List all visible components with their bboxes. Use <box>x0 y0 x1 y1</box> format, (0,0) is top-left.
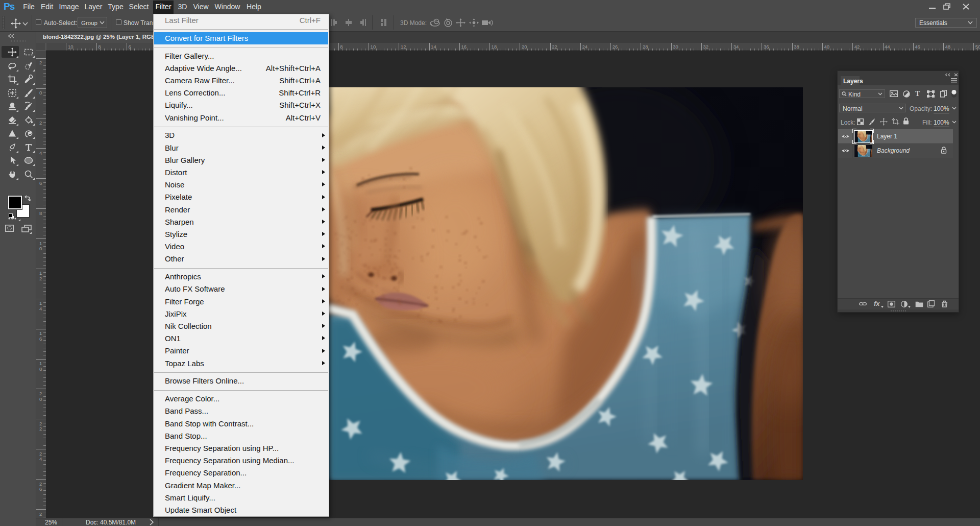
svg-text:2: 2 <box>39 426 42 432</box>
svg-text:2: 2 <box>39 276 42 281</box>
svg-text:4: 4 <box>39 456 42 462</box>
svg-text:30: 30 <box>673 44 678 50</box>
svg-text:8: 8 <box>39 366 42 372</box>
svg-text:48: 48 <box>945 44 951 50</box>
svg-text:4: 4 <box>39 306 42 312</box>
svg-text:2: 2 <box>39 421 42 426</box>
svg-text:0: 0 <box>39 396 42 402</box>
svg-text:16: 16 <box>461 44 467 50</box>
svg-text:32: 32 <box>703 44 709 50</box>
svg-text:10: 10 <box>68 44 74 50</box>
svg-text:2: 2 <box>39 391 42 396</box>
svg-text:1: 1 <box>39 300 42 306</box>
svg-text:1: 1 <box>39 361 42 366</box>
svg-text:28: 28 <box>643 44 648 50</box>
svg-text:1: 1 <box>39 270 42 276</box>
svg-text:46: 46 <box>915 44 920 50</box>
svg-text:38: 38 <box>794 44 799 50</box>
svg-text:36: 36 <box>764 44 769 50</box>
svg-text:14: 14 <box>431 44 436 50</box>
svg-text:6: 6 <box>39 486 42 492</box>
svg-text:0: 0 <box>39 90 42 95</box>
svg-text:42: 42 <box>854 44 860 50</box>
svg-text:22: 22 <box>552 44 557 50</box>
svg-text:2: 2 <box>39 511 42 517</box>
svg-text:24: 24 <box>582 44 587 50</box>
svg-text:40: 40 <box>824 44 830 50</box>
svg-text:6: 6 <box>39 180 42 186</box>
svg-text:2: 2 <box>39 120 42 126</box>
svg-text:20: 20 <box>522 44 527 50</box>
svg-text:12: 12 <box>401 44 406 50</box>
svg-text:4: 4 <box>39 150 42 156</box>
svg-text:6: 6 <box>129 44 131 50</box>
svg-text:8: 8 <box>39 210 42 216</box>
svg-text:2: 2 <box>39 60 42 65</box>
svg-text:2: 2 <box>39 481 42 487</box>
svg-text:6: 6 <box>39 336 42 342</box>
svg-text:1: 1 <box>39 330 42 336</box>
svg-text:0: 0 <box>39 246 42 251</box>
svg-text:1: 1 <box>39 241 42 246</box>
svg-text:44: 44 <box>885 44 890 50</box>
svg-text:2: 2 <box>39 451 42 457</box>
